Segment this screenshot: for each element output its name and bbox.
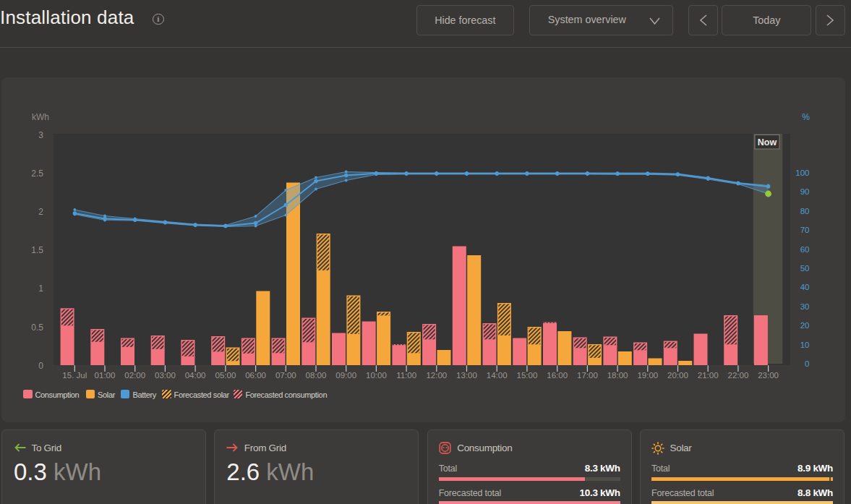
svg-text:Now: Now bbox=[758, 137, 777, 148]
